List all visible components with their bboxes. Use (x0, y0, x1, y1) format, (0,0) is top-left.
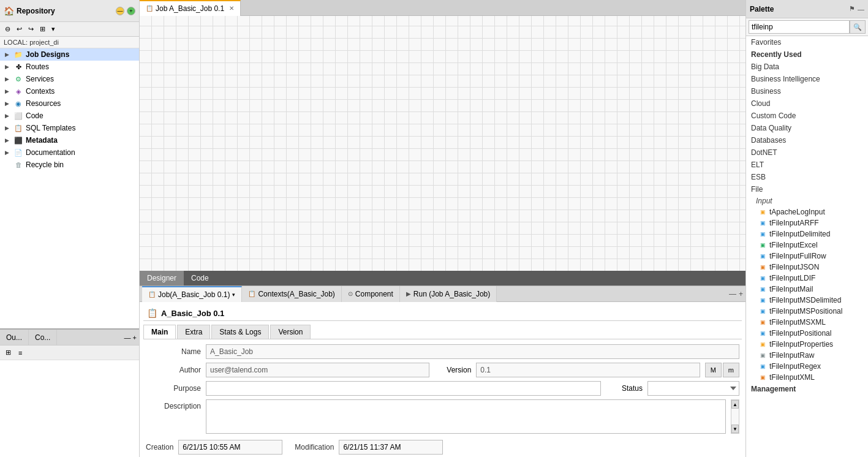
arrow-icon: ▶ (5, 64, 13, 70)
palette-item-tFileInputDelimited[interactable]: ▣ tFileInputDelimited (746, 228, 868, 240)
palette-category-recently-used[interactable]: Recently Used (746, 48, 868, 61)
description-textarea[interactable] (206, 399, 726, 434)
palette-category-big-data[interactable]: Big Data (746, 61, 868, 73)
palette-item-tFileInputProperties[interactable]: ▣ tFileInputProperties (746, 339, 868, 350)
bottom-panel-min-button[interactable]: — (729, 290, 736, 298)
sidebar-item-services[interactable]: ▶ ⚙ Services (0, 73, 139, 85)
recycle-icon: 🗑 (13, 160, 23, 170)
palette-item-icon: ▣ (758, 296, 767, 304)
tab-close-button[interactable]: ✕ (229, 5, 234, 12)
palette-category-management[interactable]: Management (746, 383, 868, 395)
palette-search: 🔍 (746, 18, 868, 36)
palette-category-esb[interactable]: ESB (746, 171, 868, 183)
job-tab-main[interactable]: Main (143, 325, 176, 339)
collapse-all-button[interactable]: ⊖ (2, 23, 13, 35)
palette-item-tFileInputMSXML[interactable]: ▣ tFileInputMSXML (746, 317, 868, 328)
main-area: 📋 Job A_Basic_Job 0.1 ✕ Designer Code 📋 … (140, 0, 745, 457)
sidebar-bottom-content (0, 360, 139, 457)
sidebar-item-recycle-bin[interactable]: ▶ 🗑 Recycle bin (0, 159, 139, 171)
dropdown-button[interactable]: ▾ (49, 23, 58, 35)
job-tab-version[interactable]: Version (270, 325, 311, 339)
palette-item-tFileInputXML[interactable]: ▣ tFileInputXML (746, 372, 868, 383)
name-row: Name (146, 344, 739, 359)
sidebar-item-sql-templates[interactable]: ▶ 📋 SQL Templates (0, 122, 139, 134)
bottom-tab-run[interactable]: ▶ Run (Job A_Basic_Job) (400, 286, 497, 302)
palette-item-tFileInputMail[interactable]: ▣ tFileInputMail (746, 284, 868, 295)
scroll-up-button[interactable]: ▲ (731, 400, 739, 409)
palette-category-business-intelligence[interactable]: Business Intelligence (746, 73, 868, 85)
palette-item-tFileInputFullRow[interactable]: ▣ tFileInputFullRow (746, 251, 868, 262)
sidebar-item-routes[interactable]: ▶ ✤ Routes (0, 61, 139, 73)
tab-designer[interactable]: Designer (140, 271, 184, 285)
expand-button[interactable]: ↪ (26, 23, 36, 35)
author-input[interactable] (206, 363, 429, 377)
bottom-panel-max-button[interactable]: + (739, 290, 743, 298)
modification-value (339, 440, 443, 455)
palette-item-tFileInputRaw[interactable]: ▣ tFileInputRaw (746, 350, 868, 361)
palette-category-favorites[interactable]: Favorites (746, 36, 868, 48)
sidebar-item-documentation[interactable]: ▶ 📄 Documentation (0, 146, 139, 159)
job-tab-stats-logs[interactable]: Stats & Logs (211, 325, 269, 339)
sidebar-outline-grid-button[interactable]: ⊞ (2, 347, 14, 358)
layout-button[interactable]: ⊞ (37, 23, 48, 35)
palette-item-icon: ▣ (758, 274, 767, 282)
sidebar-bottom-min-button[interactable]: — (124, 334, 131, 341)
palette-category-file[interactable]: File (746, 183, 868, 195)
bottom-tab-job[interactable]: 📋 Job(A_Basic_Job 0.1) ▾ (142, 286, 242, 302)
tab-code[interactable]: Code (184, 271, 216, 285)
palette-item-tFileInputExcel[interactable]: ▣ tFileInputExcel (746, 240, 868, 251)
bottom-tab-contexts[interactable]: 📋 Contexts(A_Basic_Job) (242, 286, 341, 302)
palette-item-tFileInputMSPositional[interactable]: ▣ tFileInputMSPositional (746, 306, 868, 317)
palette-subcategory-input[interactable]: Input (746, 195, 868, 206)
maximize-button[interactable]: + (127, 7, 135, 15)
palette-item-tApacheLogInput[interactable]: ▣ tApacheLogInput (746, 206, 868, 217)
purpose-input[interactable] (206, 381, 601, 396)
name-input[interactable] (206, 344, 739, 359)
purpose-status-row: Purpose Status (146, 381, 739, 396)
editor-tab-job[interactable]: 📋 Job A_Basic_Job 0.1 ✕ (140, 0, 241, 16)
job-properties-panel: 📋 A_Basic_Job 0.1 Main Extra Stats & Log… (140, 302, 745, 457)
sidebar-item-contexts[interactable]: ▶ ◈ Contexts (0, 85, 139, 97)
bottom-tab-component[interactable]: ⊙ Component (342, 286, 400, 302)
filter-icon[interactable]: ⚑ (849, 5, 855, 13)
palette-item-tFileInputLDIF[interactable]: ▣ tFileInputLDIF (746, 273, 868, 284)
sidebar-item-label: Routes (26, 62, 49, 71)
palette-category-business[interactable]: Business (746, 85, 868, 97)
job-tab-extra[interactable]: Extra (177, 325, 210, 339)
palette-category-data-quality[interactable]: Data Quality (746, 122, 868, 134)
palette-item-icon: ▣ (758, 241, 767, 249)
sidebar-item-code[interactable]: ▶ ⬜ Code (0, 110, 139, 122)
palette-category-custom-code[interactable]: Custom Code (746, 110, 868, 122)
resources-icon: ◉ (13, 99, 23, 108)
palette-category-databases[interactable]: Databases (746, 134, 868, 146)
bottom-tab-job-label: Job(A_Basic_Job 0.1) (158, 290, 230, 299)
tab-component[interactable]: Co... (29, 330, 57, 346)
sidebar-item-resources[interactable]: ▶ ◉ Resources (0, 97, 139, 110)
palette-category-elt[interactable]: ELT (746, 159, 868, 171)
version-major-button[interactable]: M (705, 363, 722, 377)
sidebar-item-job-designs[interactable]: ▶ 📁 Job Designs (0, 48, 139, 61)
scroll-down-button[interactable]: ▼ (731, 425, 739, 433)
link-button[interactable]: ↩ (14, 23, 25, 35)
palette-item-tFileInputMSDelimited[interactable]: ▣ tFileInputMSDelimited (746, 295, 868, 306)
palette-item-tFileInputRegex[interactable]: ▣ tFileInputRegex (746, 361, 868, 372)
sidebar-bottom-max-button[interactable]: + (133, 334, 137, 341)
sidebar-item-metadata[interactable]: ▶ ⬛ Metadata (0, 134, 139, 146)
palette-search-button[interactable]: 🔍 (850, 20, 866, 34)
palette-category-dotnet[interactable]: DotNET (746, 146, 868, 159)
version-minor-button[interactable]: m (723, 363, 739, 377)
tab-outline[interactable]: Ou... (0, 330, 29, 346)
palette-min-button[interactable]: — (858, 6, 864, 13)
palette-item-tFileInputPositional[interactable]: ▣ tFileInputPositional (746, 328, 868, 339)
palette-item-label: tFileInputPositional (769, 329, 831, 338)
palette-item-label: tFileInputMSXML (769, 318, 826, 327)
palette-item-tFileInputJSON[interactable]: ▣ tFileInputJSON (746, 262, 868, 273)
palette-category-cloud[interactable]: Cloud (746, 97, 868, 110)
version-input[interactable] (476, 363, 700, 377)
sidebar-outline-list-button[interactable]: ≡ (15, 347, 25, 358)
palette-search-input[interactable] (749, 20, 850, 34)
status-select[interactable] (647, 381, 739, 396)
palette-item-icon: ▣ (758, 318, 767, 327)
palette-item-tFileInputARFF[interactable]: ▣ tFileInputARFF (746, 217, 868, 228)
minimize-button[interactable]: — (116, 7, 124, 15)
